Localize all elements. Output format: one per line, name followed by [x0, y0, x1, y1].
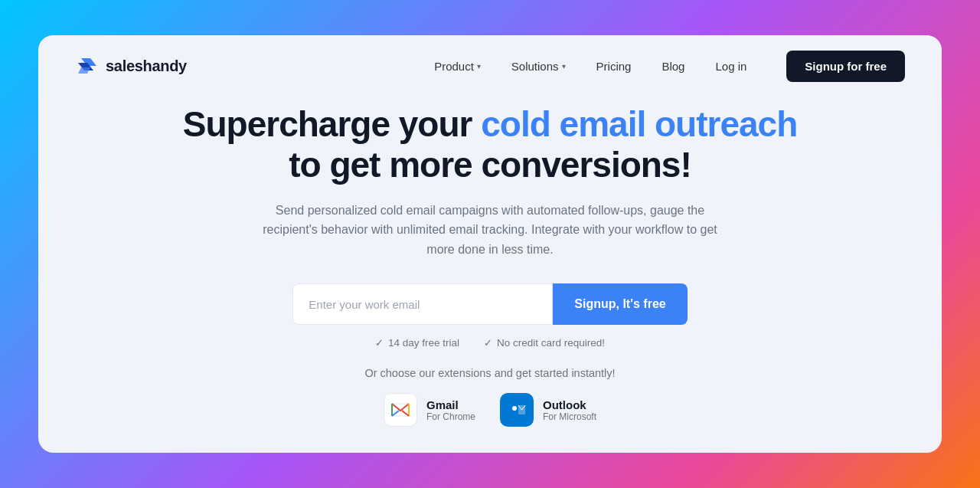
nav-item-product[interactable]: Product ▾	[419, 54, 496, 79]
hero-section: Supercharge your cold email outreachto g…	[38, 97, 942, 453]
gmail-icon	[384, 393, 417, 427]
nav-item-solutions[interactable]: Solutions ▾	[496, 54, 581, 79]
svg-rect-1	[512, 406, 517, 411]
hero-title: Supercharge your cold email outreachto g…	[183, 104, 797, 185]
logo-text: saleshandy	[106, 57, 187, 75]
email-input[interactable]	[292, 283, 553, 325]
nav-item-blog[interactable]: Blog	[646, 54, 700, 79]
nav-login-button[interactable]: Log in	[700, 54, 762, 79]
hero-title-line2: to get more conversions!	[289, 145, 691, 185]
nav-signup-button[interactable]: Signup for free	[786, 51, 905, 82]
nav-links: Product ▾ Solutions ▾ Pricing Blog Log i…	[419, 54, 762, 79]
extensions-row: Gmail For Chrome Outlook For Microsoft	[384, 393, 596, 427]
hero-signup-button[interactable]: Signup, It's free	[553, 283, 687, 325]
check-icon: ✓	[484, 337, 492, 349]
chevron-down-icon: ▾	[477, 62, 481, 70]
trial-info: ✓ 14 day free trial ✓ No credit card req…	[375, 337, 605, 349]
email-form: Signup, It's free	[292, 283, 687, 325]
gmail-label: Gmail For Chrome	[426, 398, 475, 422]
logo-icon	[75, 55, 100, 77]
outlook-icon	[500, 393, 534, 427]
check-icon: ✓	[375, 337, 384, 349]
logo[interactable]: saleshandy	[75, 55, 187, 77]
extensions-text: Or choose our extensions and get started…	[364, 367, 615, 379]
trial-item: ✓ 14 day free trial	[375, 337, 459, 349]
navbar: saleshandy Product ▾ Solutions ▾ Pricing…	[38, 35, 942, 97]
outlook-label: Outlook For Microsoft	[543, 398, 596, 422]
hero-subtitle: Send personalized cold email campaigns w…	[253, 201, 727, 260]
outlook-extension[interactable]: Outlook For Microsoft	[500, 393, 596, 427]
main-card: saleshandy Product ▾ Solutions ▾ Pricing…	[38, 35, 942, 453]
nav-item-pricing[interactable]: Pricing	[581, 54, 647, 79]
chevron-down-icon: ▾	[562, 62, 566, 70]
no-card-item: ✓ No credit card required!	[484, 337, 605, 349]
gmail-extension[interactable]: Gmail For Chrome	[384, 393, 475, 427]
